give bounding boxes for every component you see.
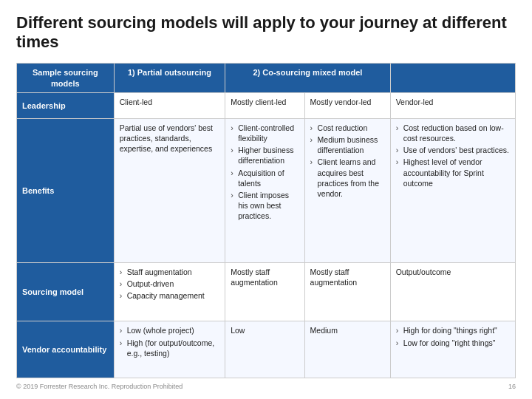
row-header-3: Vendor accountability — [17, 321, 115, 378]
cell-r1-c2: Cost reductionMedium business differenti… — [304, 118, 390, 262]
cell-r2-c1: Mostly staff augmentation — [225, 263, 304, 321]
cell-r3-c1: Low — [225, 321, 304, 378]
page-number: 16 — [508, 383, 516, 390]
page: Different sourcing models will apply to … — [0, 0, 532, 399]
cell-r1-c0: Partial use of vendors' best practices, … — [114, 118, 225, 262]
table-row: Vendor accountabilityLow (whole project)… — [17, 321, 516, 378]
cell-r0-c0: Client-led — [114, 93, 225, 118]
cell-r2-c3: Output/outcome — [390, 263, 515, 321]
cell-r0-c1: Mostly client-led — [225, 93, 304, 118]
cell-r3-c0: Low (whole project)High (for output/outc… — [114, 321, 225, 378]
table-row: LeadershipClient-ledMostly client-ledMos… — [17, 93, 516, 118]
header-co-sourcing: 2) Co-sourcing mixed model — [225, 63, 391, 93]
table-row: BenefitsPartial use of vendors' best pra… — [17, 118, 516, 262]
header-partial: 1) Partial outsourcing — [114, 63, 225, 93]
row-header-1: Benefits — [17, 118, 115, 262]
cell-r0-c3: Vendor-led — [390, 93, 515, 118]
header-sample: Sample sourcing models — [17, 63, 115, 93]
row-header-0: Leadership — [17, 93, 115, 118]
copyright: © 2019 Forrester Research Inc. Reproduct… — [16, 383, 183, 390]
cell-r2-c0: Staff augmentationOutput-drivenCapacity … — [114, 263, 225, 321]
row-header-2: Sourcing model — [17, 263, 115, 321]
cell-r2-c2: Mostly staff augmentation — [304, 263, 390, 321]
cell-r0-c2: Mostly vendor-led — [304, 93, 390, 118]
page-title: Different sourcing models will apply to … — [16, 13, 516, 52]
cell-r1-c1: Client-controlled flexibilityHigher busi… — [225, 118, 304, 262]
cell-r1-c3: Cost reduction based on low-cost resourc… — [390, 118, 515, 262]
cell-r3-c3: High for doing "things right"Low for doi… — [390, 321, 515, 378]
footer: © 2019 Forrester Research Inc. Reproduct… — [16, 383, 516, 390]
sourcing-table: Sample sourcing models 1) Partial outsou… — [16, 63, 516, 378]
header-full — [390, 63, 515, 93]
cell-r3-c2: Medium — [304, 321, 390, 378]
table-row: Sourcing modelStaff augmentationOutput-d… — [17, 263, 516, 321]
